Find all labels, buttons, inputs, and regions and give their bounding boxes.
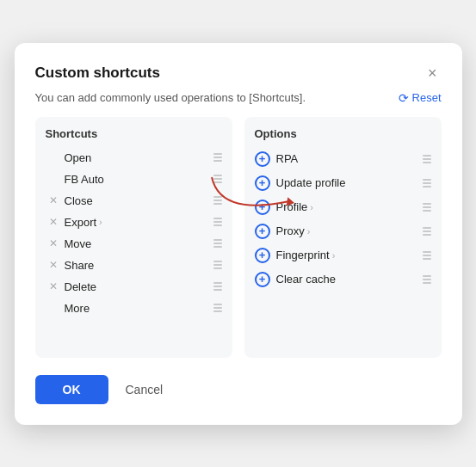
- remove-icon[interactable]: ✕: [46, 216, 61, 228]
- chevron-right-icon: ›: [307, 226, 311, 237]
- shortcuts-panel-title: Shortcuts: [42, 127, 226, 140]
- shortcut-label: FB Auto: [65, 173, 208, 186]
- drag-handle[interactable]: [208, 218, 222, 226]
- dialog-footer: OK Cancel: [35, 375, 442, 404]
- shortcut-label: Delete: [65, 280, 208, 293]
- shortcut-label: Close: [65, 194, 208, 207]
- shortcut-label: Open: [65, 151, 208, 164]
- remove-icon[interactable]: ✕: [46, 259, 61, 271]
- drag-handle[interactable]: [208, 261, 222, 269]
- remove-icon[interactable]: ✕: [46, 237, 61, 249]
- drag-handle[interactable]: [208, 196, 222, 205]
- add-icon[interactable]: +: [255, 272, 270, 287]
- shortcut-label: More: [65, 302, 208, 315]
- add-icon[interactable]: +: [255, 200, 270, 215]
- remove-icon[interactable]: ✕: [46, 194, 61, 206]
- drag-handle[interactable]: [417, 155, 431, 163]
- shortcuts-panel: Shortcuts Open FB Auto ✕ Close ✕ Export …: [35, 117, 232, 358]
- options-panel: Options + RPA + Update profile + Profile…: [244, 117, 442, 358]
- list-item[interactable]: + Update profile: [251, 171, 435, 195]
- reset-button[interactable]: ⟳ Reset: [399, 91, 442, 105]
- reset-label: Reset: [412, 91, 442, 104]
- option-label: Clear cache: [276, 273, 417, 286]
- remove-icon[interactable]: ✕: [46, 280, 61, 292]
- reset-icon: ⟳: [399, 91, 409, 105]
- drag-handle[interactable]: [417, 227, 431, 236]
- list-item[interactable]: ✕ Export ›: [42, 212, 226, 233]
- chevron-right-icon: ›: [332, 250, 336, 261]
- columns-container: Shortcuts Open FB Auto ✕ Close ✕ Export …: [35, 117, 442, 358]
- option-label: RPA: [276, 152, 417, 165]
- list-item[interactable]: Open: [42, 147, 226, 169]
- option-label: Profile ›: [276, 200, 417, 213]
- dialog-title: Custom shortcuts: [35, 65, 160, 82]
- add-icon[interactable]: +: [255, 224, 270, 239]
- list-item[interactable]: + Proxy ›: [251, 219, 435, 243]
- ok-button[interactable]: OK: [35, 375, 108, 404]
- dialog-header: Custom shortcuts ×: [35, 64, 442, 83]
- option-label: Fingerprint ›: [276, 249, 417, 261]
- drag-handle[interactable]: [208, 304, 222, 312]
- drag-handle[interactable]: [208, 282, 222, 291]
- shortcut-label: Share: [65, 259, 208, 272]
- drag-handle[interactable]: [208, 153, 222, 162]
- options-panel-title: Options: [251, 127, 435, 140]
- drag-handle[interactable]: [417, 251, 431, 260]
- list-item[interactable]: + Profile ›: [251, 195, 435, 219]
- drag-handle[interactable]: [417, 179, 431, 187]
- list-item[interactable]: ✕ Share: [42, 255, 226, 276]
- description-text: You can add commonly used operations to …: [35, 91, 306, 104]
- list-item[interactable]: ✕ Delete: [42, 276, 226, 298]
- shortcut-label: Export ›: [65, 216, 208, 229]
- add-icon[interactable]: +: [255, 175, 270, 191]
- add-icon[interactable]: +: [255, 151, 270, 167]
- chevron-right-icon: ›: [99, 217, 102, 227]
- option-label: Proxy ›: [276, 224, 417, 237]
- list-item[interactable]: + Clear cache: [251, 267, 435, 292]
- add-icon[interactable]: +: [255, 248, 270, 263]
- list-item[interactable]: ✕ Close: [42, 190, 226, 212]
- description-row: You can add commonly used operations to …: [35, 91, 442, 105]
- drag-handle[interactable]: [417, 203, 431, 212]
- list-item[interactable]: ✕ Move: [42, 233, 226, 255]
- option-label: Update profile: [276, 176, 417, 189]
- list-item[interactable]: More: [42, 298, 226, 319]
- list-item[interactable]: + Fingerprint ›: [251, 243, 435, 267]
- custom-shortcuts-dialog: Custom shortcuts × You can add commonly …: [15, 43, 462, 425]
- drag-handle[interactable]: [417, 275, 431, 284]
- drag-handle[interactable]: [208, 175, 222, 183]
- shortcut-label: Move: [65, 237, 208, 250]
- chevron-right-icon: ›: [310, 202, 313, 212]
- list-item[interactable]: + RPA: [251, 147, 435, 171]
- cancel-button[interactable]: Cancel: [119, 375, 170, 404]
- list-item[interactable]: FB Auto: [42, 169, 226, 190]
- drag-handle[interactable]: [208, 239, 222, 248]
- close-button[interactable]: ×: [423, 64, 442, 83]
